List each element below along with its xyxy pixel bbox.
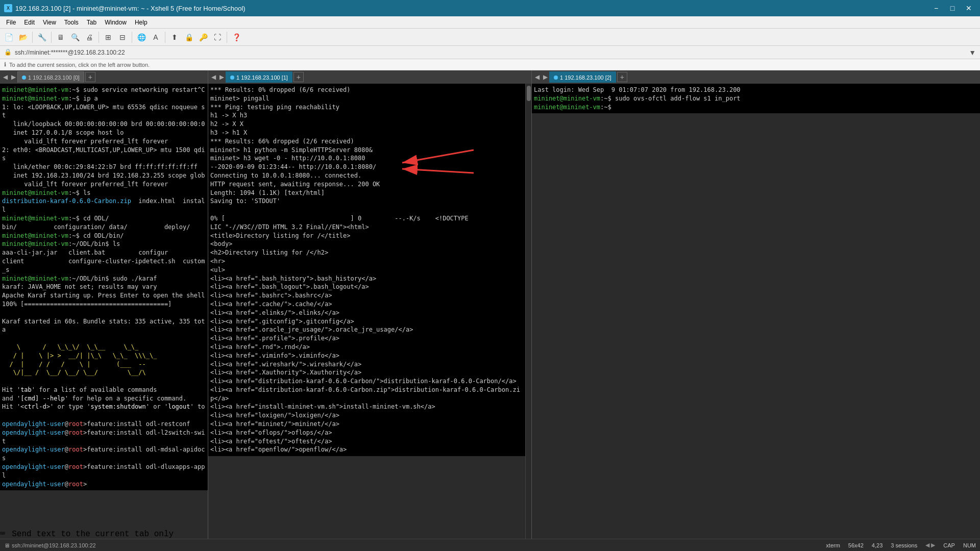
info-text: To add the current session, click on the… [9,62,150,68]
print-button[interactable]: 🖨 [83,31,96,44]
terminal-scroll-0: mininet@mininet-vm:~$ sudo service netwo… [0,84,208,529]
pane-0: ◀ ▶ 1 192.168.23.100 [0] + mininet@minin… [0,70,208,539]
open-button[interactable]: 📂 [16,31,30,44]
tab-add-2[interactable]: + [617,72,627,82]
window-title: 192.168.23.100 [2] - mininet@mininet-vm:… [15,5,246,12]
status-arrows: ◀ ▶ [925,542,935,548]
status-bar: 🖥 ssh://mininet@192.168.23.100:22 xterm … [0,539,980,551]
menu-file[interactable]: File [2,18,20,27]
terminal-scroll-2: Last login: Wed Sep 9 01:07:07 2020 from… [532,84,980,539]
minimize-button[interactable]: − [929,3,943,13]
status-right: xterm 56x42 4,23 3 sessions ◀ ▶ CAP NUM [826,542,976,548]
tab-strip-1: ◀ ▶ 1 192.168.23.100 [1] + [208,70,531,84]
status-num: NUM [963,542,976,548]
status-cap: CAP [943,542,955,548]
terminal-content-2: Last login: Wed Sep 9 01:07:07 2020 from… [532,84,980,539]
tab-strip-0: ◀ ▶ 1 192.168.23.100 [0] + [0,70,208,84]
status-icon: 🖥 [4,542,10,548]
status-size: 56x42 [848,542,864,548]
layout-button[interactable]: ⊞ [102,31,115,44]
tab-next-0[interactable]: ▶ [9,73,17,81]
tab-dot-1 [230,76,234,80]
menu-tab[interactable]: Tab [83,18,101,27]
new-session-button[interactable]: 📄 [2,31,15,44]
tab-container: ◀ ▶ 1 192.168.23.100 [0] + mininet@minin… [0,70,980,539]
send-icon-0: ⌨ [0,530,5,539]
terminal-0[interactable]: mininet@mininet-vm:~$ sudo service netwo… [0,84,208,490]
app-icon: X [4,4,12,12]
status-connection: ssh://mininet@192.168.23.100:22 [12,542,96,548]
status-sessions: 3 sessions [891,542,917,548]
globe-button[interactable]: 🌐 [135,31,148,44]
status-left: 🖥 ssh://mininet@192.168.23.100:22 [4,542,96,548]
toolbar-separator-5 [165,32,165,43]
toolbar-separator-2 [51,32,52,43]
menu-view[interactable]: View [39,18,60,27]
address-dropdown[interactable]: ▼ [969,48,976,57]
tab-prev-2[interactable]: ◀ [533,73,541,81]
tab-dot-2 [554,76,558,80]
address-bar: 🔒 ssh://mininet:*******@192.168.23.100:2… [0,46,980,59]
maximize-button[interactable]: □ [945,3,960,13]
pane-1: ◀ ▶ 1 192.168.23.100 [1] + [208,70,532,539]
status-position: 4,23 [872,542,883,548]
key-button[interactable]: 🔑 [197,31,210,44]
toolbar: 📄 📂 🔧 🖥 🔍 🖨 ⊞ ⊟ 🌐 A ⬆ 🔒 🔑 ⛶ ❓ [0,29,980,46]
transfer-button[interactable]: ⬆ [168,31,181,44]
title-bar-controls: − □ ✕ [929,3,976,13]
pane-2: ◀ ▶ 1 192.168.23.100 [2] + Last login: W… [532,70,980,539]
toolbar-separator-1 [32,32,33,43]
tab-prev-1[interactable]: ◀ [209,73,217,81]
toolbar-separator-4 [132,32,132,43]
terminal-content-0: mininet@mininet-vm:~$ sudo service netwo… [0,84,208,529]
scrollbar-1[interactable] [525,84,531,539]
toolbar-separator-6 [227,32,227,43]
tab-add-0[interactable]: + [85,72,95,82]
split-button[interactable]: ⊟ [116,31,129,44]
title-bar: X 192.168.23.100 [2] - mininet@mininet-v… [0,0,980,16]
menu-edit[interactable]: Edit [20,18,39,27]
tab-0[interactable]: 1 192.168.23.100 [0] [17,71,84,83]
scrollbar-thumb-1[interactable] [527,86,531,101]
help-button[interactable]: ❓ [230,31,243,44]
tab-2[interactable]: 1 192.168.23.100 [2] [549,71,616,83]
tab-dot-0 [22,76,26,80]
close-button[interactable]: ✕ [962,3,976,13]
menu-help[interactable]: Help [131,18,152,27]
tab-next-1[interactable]: ▶ [217,73,226,81]
properties-button[interactable]: 🔧 [35,31,48,44]
info-bar: ℹ To add the current session, click on t… [0,59,980,70]
status-terminal: xterm [826,542,840,548]
terminal-content-1: *** Results: 0% dropped (6/6 received) m… [208,84,525,539]
address-icon: 🔒 [4,48,12,56]
connect-button[interactable]: 🖥 [54,31,67,44]
info-icon: ℹ [4,61,6,68]
tab-1[interactable]: 1 192.168.23.100 [1] [226,71,292,83]
send-bar-0: ⌨ Send text to the current tab only [0,529,208,539]
tab-prev-0[interactable]: ◀ [1,73,9,81]
address-text: ssh://mininet:*******@192.168.23.100:22 [15,49,966,56]
terminal-2[interactable]: Last login: Wed Sep 9 01:07:07 2020 from… [532,84,980,113]
fullscreen-button[interactable]: ⛶ [211,31,224,44]
terminal-scroll-1: *** Results: 0% dropped (6/6 received) m… [208,84,531,539]
menu-tools[interactable]: Tools [60,18,83,27]
menu-bar: File Edit View Tools Tab Window Help [0,16,980,29]
menu-window[interactable]: Window [101,18,131,27]
tab-add-1[interactable]: + [293,72,304,82]
toolbar-separator-3 [99,32,99,43]
title-bar-left: X 192.168.23.100 [2] - mininet@mininet-v… [4,4,246,12]
tab-next-2[interactable]: ▶ [541,73,549,81]
search-button[interactable]: 🔍 [68,31,82,44]
font-button[interactable]: A [149,31,162,44]
terminal-1[interactable]: *** Results: 0% dropped (6/6 received) m… [208,84,525,456]
tab-strip-2: ◀ ▶ 1 192.168.23.100 [2] + [532,70,980,84]
lock-button[interactable]: 🔒 [182,31,195,44]
